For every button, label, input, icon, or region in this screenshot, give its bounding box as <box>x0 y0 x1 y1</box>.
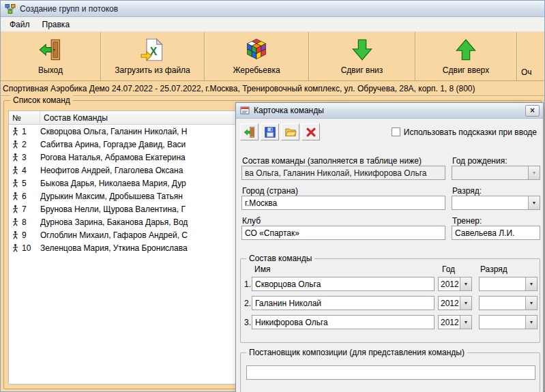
column-header-number[interactable]: № <box>9 111 40 124</box>
team-number: 7 <box>22 205 27 214</box>
checkbox-box[interactable] <box>392 127 400 136</box>
green-arrow-down-icon <box>350 37 374 62</box>
member-year-select[interactable]: 2012 ▼ <box>438 277 472 291</box>
choreographer-group-title: Постановщик композиции (для представлени… <box>246 348 467 357</box>
member-year-select[interactable]: 2012 ▼ <box>438 296 472 310</box>
team-list-group-title: Список команд <box>10 95 73 105</box>
member-year-value: 2012 <box>439 299 460 308</box>
team-number: 9 <box>22 230 27 240</box>
exit-button-label: Выход <box>38 65 63 75</box>
chevron-down-icon[interactable]: ▼ <box>525 316 537 329</box>
clear-button[interactable]: Оч <box>517 32 544 80</box>
app-icon <box>5 3 16 14</box>
composition-label: Состав команды (заполняется в таблице ни… <box>242 156 422 166</box>
member-name-input[interactable] <box>252 315 434 329</box>
gymnast-icon <box>11 192 20 200</box>
load-from-file-button[interactable]: X Загрузить из файла <box>101 32 205 80</box>
rank-select[interactable]: ▼ <box>452 196 540 210</box>
close-icon[interactable]: × <box>525 105 540 117</box>
member-rank-select[interactable]: ▼ <box>479 315 537 329</box>
club-label: Клуб <box>242 216 261 226</box>
member-index: 1. <box>244 280 251 289</box>
card-exit-button[interactable] <box>240 123 259 140</box>
member-index: 3. <box>244 318 251 327</box>
delete-x-icon <box>305 126 317 138</box>
exit-door-icon <box>244 126 256 138</box>
members-group: Состав команды Имя Год Разряд 1. 2012 ▼ … <box>240 258 540 343</box>
dialog-titlebar: Карточка команды × <box>236 103 543 119</box>
chevron-down-icon[interactable]: ▼ <box>525 297 537 310</box>
choreographer-input[interactable] <box>246 365 535 380</box>
city-label: Город (страна) <box>242 186 298 196</box>
menu-file[interactable]: Файл <box>3 18 36 31</box>
rank-label: Разряд: <box>452 186 482 196</box>
chevron-down-icon[interactable]: ▼ <box>525 277 537 290</box>
team-number: 6 <box>22 192 27 201</box>
gymnast-icon <box>11 127 20 136</box>
open-folder-icon <box>284 126 297 138</box>
gymnast-icon <box>11 140 20 149</box>
gymnast-icon <box>11 205 20 213</box>
choreographer-group: Постановщик композиции (для представлени… <box>240 352 540 392</box>
menu-bar: Файл Правка <box>1 17 544 32</box>
draw-lots-button-label: Жеребьевка <box>233 65 280 75</box>
coach-field[interactable] <box>452 226 540 240</box>
member-year-select[interactable]: 2012 ▼ <box>438 315 472 329</box>
save-button[interactable] <box>261 123 279 140</box>
team-number: 5 <box>22 179 27 188</box>
chevron-down-icon[interactable]: ▼ <box>460 316 471 329</box>
club-field[interactable] <box>241 226 445 240</box>
members-group-title: Состав команды <box>246 254 314 263</box>
shift-down-button-label: Сдвиг вниз <box>341 65 383 75</box>
team-number: 2 <box>22 140 27 149</box>
team-card-dialog: Карточка команды × Использовать подсказк… <box>235 102 544 392</box>
dialog-toolbar: Использовать подсказки при вводе <box>236 119 543 144</box>
delete-button[interactable] <box>301 123 320 140</box>
team-number: 3 <box>22 153 27 162</box>
gymnast-icon <box>11 230 20 239</box>
city-field[interactable] <box>241 196 445 210</box>
member-rank-select[interactable]: ▼ <box>479 296 537 310</box>
member-index: 2. <box>244 299 251 308</box>
gymnast-icon <box>11 243 20 252</box>
load-button[interactable] <box>281 123 299 140</box>
exit-button[interactable]: Выход <box>1 32 101 80</box>
team-card-icon <box>239 105 250 116</box>
clear-button-label: Оч <box>521 67 532 77</box>
gymnast-icon <box>11 179 20 187</box>
composition-field[interactable] <box>241 166 445 180</box>
member-rank-select[interactable]: ▼ <box>479 277 537 291</box>
member-name-input[interactable] <box>252 296 434 310</box>
chevron-down-icon[interactable]: ▼ <box>460 297 471 310</box>
chevron-down-icon[interactable]: ▼ <box>528 196 540 209</box>
toolbar: Выход X Загрузить из файла Жеребьевка Сд… <box>1 32 544 81</box>
rubiks-cube-icon <box>244 37 269 62</box>
member-year-value: 2012 <box>439 280 460 289</box>
exit-door-icon <box>38 37 63 62</box>
hints-checkbox-label: Использовать подсказки при вводе <box>404 127 537 137</box>
column-header-name: Имя <box>254 265 270 274</box>
green-arrow-up-icon <box>454 37 478 62</box>
member-year-value: 2012 <box>439 318 460 327</box>
event-info-line: Спортивная Аэробика Демо 24.07.2022 - 25… <box>1 81 544 96</box>
chevron-down-icon[interactable]: ▼ <box>528 166 540 179</box>
member-name-input[interactable] <box>252 277 434 291</box>
team-number: 10 <box>22 243 31 253</box>
save-floppy-icon <box>264 126 276 138</box>
birth-year-label: Год рождения: <box>452 156 507 166</box>
menu-edit[interactable]: Правка <box>36 18 76 31</box>
load-from-file-button-label: Загрузить из файла <box>115 65 190 75</box>
shift-up-button[interactable]: Сдвиг вверх <box>415 32 517 80</box>
team-number: 8 <box>22 217 27 227</box>
chevron-down-icon[interactable]: ▼ <box>460 277 471 290</box>
window-titlebar: Создание групп и потоков <box>1 1 544 17</box>
gymnast-icon <box>11 153 20 162</box>
team-number: 4 <box>22 166 27 175</box>
birth-year-select[interactable]: ▼ <box>452 166 540 180</box>
hints-checkbox[interactable]: Использовать подсказки при вводе <box>392 127 539 137</box>
draw-lots-button[interactable]: Жеребьевка <box>205 32 309 80</box>
dialog-title: Карточка команды <box>254 106 324 115</box>
column-header-rank: Разряд <box>480 265 507 274</box>
shift-down-button[interactable]: Сдвиг вниз <box>309 32 415 80</box>
window-title: Создание групп и потоков <box>20 4 118 14</box>
